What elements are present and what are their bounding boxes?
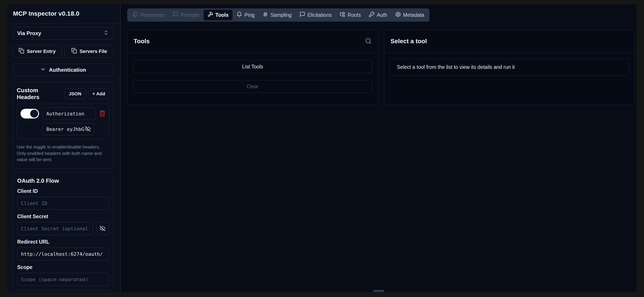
toggle-knob [30,110,38,118]
tab-auth-label: Auth [377,12,387,18]
tab-ping-label: Ping [244,12,254,18]
tools-panel-body: List Tools Clear [128,53,378,93]
message-square-icon [300,12,305,19]
header-value-field [42,123,94,135]
scope-input[interactable] [17,273,109,286]
top-navbar: Resources Prompts Tools Ping [127,9,430,22]
eye-off-icon [85,126,91,133]
header-value-input[interactable] [46,126,85,132]
history-panel-resize-handle[interactable] [374,290,384,292]
copy-icon [71,48,77,55]
copy-icon [18,48,24,55]
folder-tree-icon [340,12,346,19]
main-content: Resources Prompts Tools Ping [121,5,636,292]
tab-sampling-label: Sampling [270,12,292,18]
header-name-line [20,107,106,120]
tab-elicitations[interactable]: Elicitations [296,10,336,20]
servers-file-label: Servers File [80,49,107,54]
delete-header-button[interactable] [99,110,106,117]
header-name-input[interactable] [42,107,96,120]
hammer-icon [208,12,213,19]
tab-roots[interactable]: Roots [336,10,365,20]
header-enabled-toggle[interactable] [20,109,39,119]
tab-ping[interactable]: Ping [232,10,258,20]
sidebar-body: Via Proxy Server Entry Servers File [7,24,120,293]
hash-icon [262,12,268,19]
tool-detail-empty-state: Select a tool from the list to view its … [390,59,630,76]
toggle-secret-visibility-button[interactable] [96,222,109,235]
scope-label: Scope [17,264,109,270]
custom-headers-card: Custom Headers JSON + Add [12,82,114,169]
tools-panel-header: Tools [128,30,378,53]
tab-elicitations-label: Elicitations [308,12,332,18]
oauth-flow-title: OAuth 2.0 Flow [17,177,109,184]
tab-resources-label: Resources [140,12,165,18]
server-config-buttons: Server Entry Servers File [12,45,114,58]
json-mode-button[interactable]: JSON [64,89,86,99]
sidebar-header: MCP Inspector v0.18.0 [7,5,120,24]
app-title: MCP Inspector v0.18.0 [13,10,114,17]
chevron-down-icon [40,66,46,74]
redirect-url-input[interactable] [17,247,109,260]
tool-detail-panel-body: Select a tool from the list to view its … [384,53,635,76]
client-id-input[interactable] [17,197,109,210]
tab-auth[interactable]: Auth [365,10,391,20]
header-value-line [20,123,106,135]
trash-icon [99,110,106,117]
sidebar: MCP Inspector v0.18.0 Via Proxy Server E… [7,5,121,292]
tab-tools-label: Tools [216,12,229,18]
tab-prompts-label: Prompts [181,12,200,18]
tool-detail-panel: Select a tool Select a tool from the lis… [384,30,635,105]
tool-detail-panel-title: Select a tool [390,38,628,45]
tab-metadata-label: Metadata [403,12,424,18]
tool-detail-panel-header: Select a tool [384,30,635,53]
custom-headers-head: Custom Headers JSON + Add [17,87,110,101]
eye-off-icon [100,225,106,232]
panels-row: Tools List Tools Clear Select a tool [127,30,635,105]
chevrons-up-down-icon [103,30,109,37]
list-tools-button[interactable]: List Tools [133,60,372,73]
transport-select[interactable]: Via Proxy [12,27,114,40]
toggle-value-visibility-button[interactable] [85,126,91,133]
gear-icon [395,12,401,19]
files-icon [132,12,138,19]
header-row [17,104,110,139]
tools-panel: Tools List Tools Clear [127,30,378,105]
authentication-section-toggle[interactable]: Authentication [12,64,114,76]
clear-tools-button[interactable]: Clear [133,80,372,93]
tab-roots-label: Roots [348,12,361,18]
tab-sampling[interactable]: Sampling [258,10,296,20]
transport-select-value: Via Proxy [17,30,41,37]
custom-headers-title: Custom Headers [17,87,62,101]
custom-headers-helper-text: Use the toggle to enable/disable headers… [17,144,108,163]
tab-metadata[interactable]: Metadata [391,10,428,20]
tab-prompts[interactable]: Prompts [169,10,204,20]
key-icon [369,12,374,19]
add-header-button[interactable]: + Add [88,89,110,99]
authentication-label: Authentication [49,67,86,73]
client-secret-input[interactable] [17,222,93,235]
oauth-flow-card: OAuth 2.0 Flow Client ID Client Secret R… [12,172,114,290]
servers-file-button[interactable]: Servers File [64,45,114,58]
mcp-inspector-app: MCP Inspector v0.18.0 Via Proxy Server E… [7,5,636,292]
server-entry-button[interactable]: Server Entry [12,45,62,58]
tab-resources[interactable]: Resources [128,10,169,20]
message-square-icon [173,12,178,19]
tab-tools[interactable]: Tools [204,10,233,20]
server-entry-label: Server Entry [27,49,56,54]
bell-icon [236,12,242,19]
tools-panel-title: Tools [134,38,365,45]
client-secret-label: Client Secret [17,214,109,219]
redirect-url-label: Redirect URL [17,239,109,245]
search-icon [365,38,372,45]
search-tools-button[interactable] [365,38,372,45]
client-id-label: Client ID [17,188,109,194]
client-secret-row [17,222,109,235]
